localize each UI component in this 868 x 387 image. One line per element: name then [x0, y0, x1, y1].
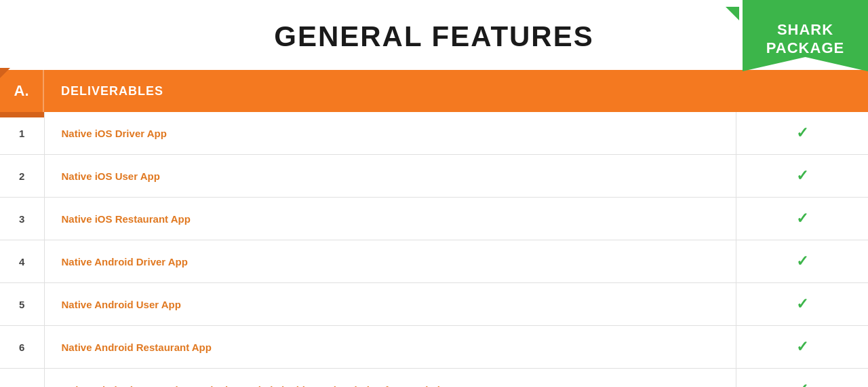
shark-badge-text: SHARK PACKAGE	[766, 14, 844, 57]
checkmark-icon: ✓	[796, 210, 808, 227]
table-row: 5Native Android User App✓	[0, 283, 868, 326]
row-number: 2	[0, 155, 44, 198]
checkmark-icon: ✓	[796, 381, 808, 387]
row-check-cell: ✓	[736, 326, 868, 369]
row-feature-name: Native iOS Restaurant App	[44, 198, 736, 240]
checkmark-icon: ✓	[796, 338, 808, 355]
table-row: 1Native iOS Driver App✓	[0, 112, 868, 155]
row-check-cell: ✓	[736, 112, 868, 155]
table-row: 3Native iOS Restaurant App✓	[0, 198, 868, 240]
checkmark-icon: ✓	[796, 124, 808, 141]
row-feature-name: Main Website (Responsive Marketing Websi…	[44, 369, 736, 388]
checkmark-icon: ✓	[796, 295, 808, 312]
table-row: 7Main Website (Responsive Marketing Webs…	[0, 369, 868, 388]
row-number: 5	[0, 283, 44, 326]
row-feature-name: Native iOS User App	[44, 155, 736, 198]
section-header: A. DELIVERABLES	[0, 70, 868, 112]
corner-tab-decoration	[0, 68, 10, 78]
row-feature-name: Native Android Restaurant App	[44, 326, 736, 369]
row-feature-name: Native Android Driver App	[44, 240, 736, 283]
page-container: SHARK PACKAGE GENERAL FEATURES A. DELIVE…	[0, 0, 868, 387]
row-check-cell: ✓	[736, 155, 868, 198]
row-check-cell: ✓	[736, 198, 868, 240]
row-feature-name: Native iOS Driver App	[44, 112, 736, 155]
row-check-cell: ✓	[736, 240, 868, 283]
shark-badge-line2: PACKAGE	[766, 39, 844, 56]
page-title: GENERAL FEATURES	[0, 20, 868, 53]
features-table: 1Native iOS Driver App✓2Native iOS User …	[0, 112, 868, 387]
row-number: 7	[0, 369, 44, 388]
shark-badge-line1: SHARK	[777, 21, 833, 38]
section-title: DELIVERABLES	[44, 72, 868, 111]
shark-badge: SHARK PACKAGE	[739, 0, 868, 75]
row-check-cell: ✓	[736, 283, 868, 326]
shark-badge-background: SHARK PACKAGE	[743, 0, 868, 71]
table-row: 4Native Android Driver App✓	[0, 240, 868, 283]
checkmark-icon: ✓	[796, 253, 808, 270]
shark-badge-arrow	[726, 7, 739, 20]
row-number: 3	[0, 198, 44, 240]
table-row: 6Native Android Restaurant App✓	[0, 326, 868, 369]
row-check-cell: ✓	[736, 369, 868, 388]
row-number: 1	[0, 112, 44, 155]
row-number: 6	[0, 326, 44, 369]
table-row: 2Native iOS User App✓	[0, 155, 868, 198]
row-number: 4	[0, 240, 44, 283]
checkmark-icon: ✓	[796, 167, 808, 184]
row-feature-name: Native Android User App	[44, 283, 736, 326]
